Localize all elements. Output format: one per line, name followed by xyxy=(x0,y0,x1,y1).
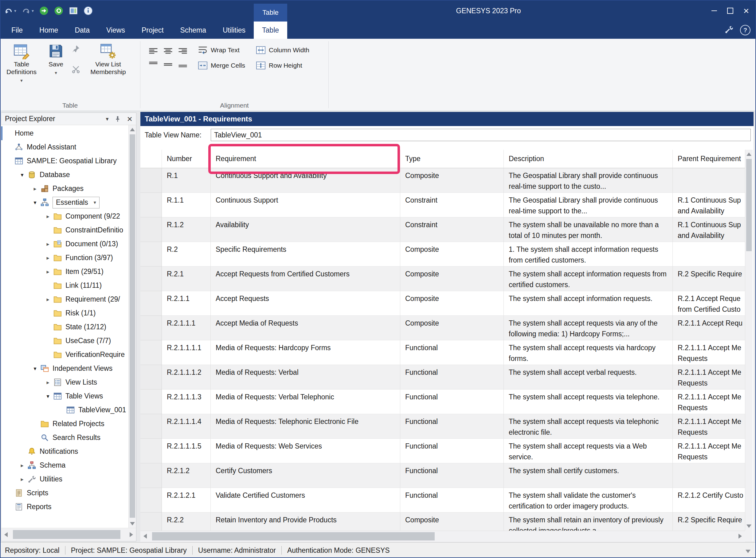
tree-item-document-0-13[interactable]: ▸Document (0/13) xyxy=(1,237,129,251)
table-row[interactable]: R.2Specific RequirementsComposite1. The … xyxy=(140,242,745,267)
scroll-right-icon[interactable] xyxy=(130,532,133,537)
cell-requirement[interactable]: Media of Requests: Verbal xyxy=(211,365,400,389)
cell-requirement[interactable]: Availability xyxy=(211,218,400,242)
cell-number[interactable]: R.2.1.1.1.4 xyxy=(162,414,211,439)
expander-expanded-icon[interactable]: ▾ xyxy=(43,393,53,400)
table-row[interactable]: R.2.1.2Certify CustomersFunctionalThe sy… xyxy=(140,463,745,488)
table-row[interactable]: R.2.2Retain Inventory and Provide Produc… xyxy=(140,512,745,531)
tree-item-requirement-29[interactable]: ▸Requirement (29/ xyxy=(1,293,129,306)
cell-requirement[interactable]: Retain Inventory and Provide Products xyxy=(211,512,400,531)
row-selector[interactable] xyxy=(140,168,162,193)
cell-type[interactable]: Composite xyxy=(400,267,504,291)
expander-collapsed-icon[interactable]: ▸ xyxy=(29,185,40,192)
cell-parent[interactable]: R.2.1.1.1 Accept Me Requests xyxy=(673,365,745,389)
scroll-down-icon[interactable] xyxy=(130,522,135,526)
table-row[interactable]: R.2.1.1.1.2Media of Requests: VerbalFunc… xyxy=(140,365,745,389)
cell-parent[interactable]: R.2 Specific Require xyxy=(673,267,745,291)
cell-requirement[interactable]: Media of Requests: Hardcopy Forms xyxy=(211,340,400,365)
row-selector[interactable] xyxy=(140,218,162,242)
scroll-down-icon[interactable] xyxy=(747,525,751,528)
cell-number[interactable]: R.2.1.1.1.1 xyxy=(162,340,211,365)
cell-description[interactable]: The system shall accept requests via a W… xyxy=(504,439,673,463)
tab-utilities[interactable]: Utilities xyxy=(214,22,254,39)
cell-parent[interactable]: R.2.1 Accept Reque from Certified Custo xyxy=(673,291,745,316)
column-width-button[interactable]: Column Width xyxy=(255,46,309,55)
tree-item-scripts[interactable]: Scripts xyxy=(1,486,129,500)
cell-requirement[interactable]: Continuous Support and Availability xyxy=(211,168,400,193)
align-center-button[interactable] xyxy=(161,44,176,58)
tab-data[interactable]: Data xyxy=(66,22,98,39)
table-horizontal-scrollbar[interactable] xyxy=(140,531,745,542)
expander-collapsed-icon[interactable]: ▸ xyxy=(43,255,53,261)
cell-type[interactable]: Functional xyxy=(400,439,504,463)
cell-type[interactable]: Functional xyxy=(400,488,504,512)
cell-number[interactable]: R.2.1 xyxy=(162,267,211,291)
tree-item-view-lists[interactable]: ▸View Lists xyxy=(1,375,129,389)
cell-parent[interactable]: R.1 Continuous Sup and Availability xyxy=(673,218,745,242)
cell-number[interactable]: R.2.1.1 xyxy=(162,291,211,316)
table-row[interactable]: R.2.1.2.1Validate Certified CustomersFun… xyxy=(140,488,745,512)
row-selector[interactable] xyxy=(140,316,162,340)
expander-collapsed-icon[interactable]: ▸ xyxy=(43,379,53,386)
cell-description[interactable]: The system shall accept verbal requests. xyxy=(504,365,673,389)
cell-parent[interactable]: R.2.1.1 Accept Requ xyxy=(673,316,745,340)
cell-requirement[interactable]: Continuous Support xyxy=(211,193,400,218)
cell-type[interactable]: Composite xyxy=(400,316,504,340)
align-right-button[interactable] xyxy=(176,44,190,58)
tree-item-usecase-7-7[interactable]: UseCase (7/7) xyxy=(1,334,129,348)
minimize-button[interactable] xyxy=(706,0,722,22)
cell-number[interactable]: R.2.1.1.1 xyxy=(162,316,211,340)
cell-description[interactable]: The system shall be unavailable no more … xyxy=(504,218,673,242)
column-header-parent-requirement[interactable]: Parent Requirement xyxy=(673,150,745,168)
tree-item-table-views[interactable]: ▾Table Views xyxy=(1,389,129,403)
tree-item-link-11-11[interactable]: Link (11/11) xyxy=(1,279,129,293)
tab-views[interactable]: Views xyxy=(98,22,133,39)
view-list-membership-button[interactable]: View List Membership xyxy=(83,39,133,76)
cell-type[interactable]: Composite xyxy=(400,291,504,316)
tree-item-independent-views[interactable]: ▾Independent Views xyxy=(1,361,129,375)
screenshot-button[interactable] xyxy=(69,6,78,16)
cell-description[interactable]: The system shall validate the customer's… xyxy=(504,488,673,512)
row-selector[interactable] xyxy=(140,267,162,291)
cell-description[interactable]: The Geospatial Library shall provide con… xyxy=(504,193,673,218)
cell-description[interactable]: The system shall accept requests via tel… xyxy=(504,389,673,414)
cell-number[interactable]: R.1.1 xyxy=(162,193,211,218)
cell-requirement[interactable]: Media of Requests: Telephonic Electronic… xyxy=(211,414,400,439)
cell-number[interactable]: R.2.1.2 xyxy=(162,463,211,488)
table-row[interactable]: R.1.1Continuous SupportConstraintThe Geo… xyxy=(140,193,745,218)
cell-requirement[interactable]: Accept Requests from Certified Customers xyxy=(211,267,400,291)
cell-parent[interactable]: R.2.1.1.1 Accept Me Requests xyxy=(673,340,745,365)
tree-item-search-results[interactable]: Search Results xyxy=(1,431,129,445)
maximize-button[interactable] xyxy=(722,0,738,22)
row-selector[interactable] xyxy=(140,512,162,531)
table-row[interactable]: R.2.1Accept Requests from Certified Cust… xyxy=(140,267,745,291)
table-row[interactable]: R.1Continuous Support and AvailabilityCo… xyxy=(140,168,745,193)
tab-home[interactable]: Home xyxy=(31,22,66,39)
scroll-right-icon[interactable] xyxy=(738,534,742,539)
cell-number[interactable]: R.1.2 xyxy=(162,218,211,242)
table-row[interactable]: R.1.2AvailabilityConstraintThe system sh… xyxy=(140,218,745,242)
scrollbar-thumb[interactable] xyxy=(130,134,135,518)
cell-parent[interactable]: R.1 Continuous Sup and Availability xyxy=(673,193,745,218)
expander-collapsed-icon[interactable]: ▸ xyxy=(43,241,53,248)
table-row[interactable]: R.2.1.1.1.5Media of Requests: Web Servic… xyxy=(140,439,745,463)
close-button[interactable]: × xyxy=(738,0,754,22)
cell-parent[interactable]: R.2.1.1.1 Accept Me Requests xyxy=(673,389,745,414)
cell-type[interactable]: Functional xyxy=(400,340,504,365)
tree-item-constraintdefinitio[interactable]: ConstraintDefinitio xyxy=(1,223,129,237)
cell-type[interactable]: Functional xyxy=(400,414,504,439)
panel-menu-button[interactable]: ▾ xyxy=(106,116,108,122)
scroll-down-icon[interactable] xyxy=(746,550,751,553)
tab-project[interactable]: Project xyxy=(133,22,172,39)
column-header-requirement[interactable]: Requirement xyxy=(211,150,400,168)
cell-description[interactable]: The system shall accept information requ… xyxy=(504,291,673,316)
expander-expanded-icon[interactable]: ▾ xyxy=(29,365,40,372)
tree-item-home[interactable]: Home xyxy=(1,126,129,140)
scroll-left-icon[interactable] xyxy=(143,534,147,539)
table-row[interactable]: R.2.1.1.1.1Media of Requests: Hardcopy F… xyxy=(140,340,745,365)
tree-item-notifications[interactable]: Notifications xyxy=(1,445,129,458)
cell-type[interactable]: Composite xyxy=(400,512,504,531)
cell-requirement[interactable]: Validate Certified Customers xyxy=(211,488,400,512)
cell-type[interactable]: Composite xyxy=(400,242,504,267)
cell-parent[interactable]: R.2.1.1.1 Accept Me Requests xyxy=(673,414,745,439)
